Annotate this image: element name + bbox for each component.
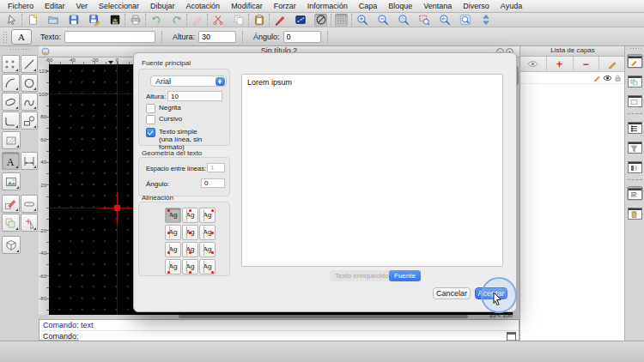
dialog-angle-input[interactable] xyxy=(201,178,225,188)
alignment-top-right-button[interactable]: Ag xyxy=(199,208,216,223)
paste-clipboard-icon[interactable] xyxy=(252,14,265,27)
menu-item-informacion[interactable]: Información xyxy=(307,2,348,10)
alignment-bottom-center-button[interactable]: Ag xyxy=(182,259,198,275)
checkbox-checked-icon[interactable] xyxy=(146,128,155,137)
tool-ellipse-button[interactable] xyxy=(2,93,20,111)
height-input[interactable] xyxy=(198,31,236,43)
alignment-baseline-center-button[interactable]: Ag xyxy=(182,242,198,257)
menu-item-seleccionar[interactable]: Seleccionar xyxy=(99,2,139,10)
pen-icon[interactable] xyxy=(191,14,204,27)
tool-spline-button[interactable] xyxy=(21,93,39,111)
menu-item-editar[interactable]: Editar xyxy=(45,2,65,10)
checkbox-icon[interactable] xyxy=(146,115,155,124)
blocks-window-toggle[interactable] xyxy=(627,74,643,88)
zoom-window-icon[interactable] xyxy=(417,14,430,27)
bold-checkbox[interactable]: Negrita xyxy=(146,104,181,113)
deselect-circle-icon[interactable] xyxy=(314,14,327,27)
menu-item-ayuda[interactable]: Ayuda xyxy=(501,2,522,10)
list-window-toggle[interactable] xyxy=(627,120,643,135)
layer-visible-icon[interactable] xyxy=(603,75,612,81)
scroll-vertical-icon[interactable] xyxy=(479,14,492,27)
remove-layer-button[interactable]: − xyxy=(574,57,600,71)
save-as-icon[interactable] xyxy=(88,14,100,27)
font-family-select[interactable]: Arial xyxy=(150,75,227,87)
menu-item-dibujar[interactable]: Dibujar xyxy=(150,2,175,10)
tool-select-button[interactable] xyxy=(21,214,39,232)
toolbar-drag-handle[interactable] xyxy=(3,31,7,43)
alignment-top-left-button[interactable]: Ag xyxy=(165,208,181,223)
expand-command-icon[interactable] xyxy=(507,332,516,341)
tab-font[interactable]: Fuente xyxy=(389,270,421,281)
menu-item-bloque[interactable]: Bloque xyxy=(388,2,412,10)
open-folder-icon[interactable] xyxy=(46,14,59,27)
tool-modify-button[interactable] xyxy=(2,195,20,213)
menu-item-acotacion[interactable]: Acotación xyxy=(186,2,221,10)
tool-box-3d-button[interactable] xyxy=(2,236,21,254)
layer-lock-icon[interactable] xyxy=(614,74,622,82)
block-info-window-toggle[interactable] xyxy=(627,160,643,174)
alignment-top-center-button[interactable]: Ag xyxy=(182,208,198,223)
save-icon[interactable] xyxy=(67,14,80,27)
add-layer-button[interactable]: + xyxy=(547,57,574,71)
tool-dimension-button[interactable] xyxy=(21,152,39,170)
cancel-button[interactable]: Cancelar xyxy=(433,287,471,299)
menu-item-fichero[interactable]: Fichero xyxy=(8,2,33,10)
zoom-auto-icon[interactable] xyxy=(397,14,410,27)
italic-checkbox[interactable]: Cursivo xyxy=(146,115,182,124)
tab-rich-text[interactable]: Texto enriquecido xyxy=(330,270,394,281)
zoom-out-icon[interactable] xyxy=(376,14,389,27)
tool-line-button[interactable] xyxy=(21,55,39,73)
alignment-middle-right-button[interactable]: Ag xyxy=(199,225,216,240)
alignment-baseline-right-button[interactable]: Ag xyxy=(199,242,216,257)
filter-window-toggle[interactable] xyxy=(627,140,643,154)
tool-order-button[interactable] xyxy=(2,214,20,232)
alignment-baseline-left-button[interactable]: Ag xyxy=(165,242,181,257)
clipboard-window-toggle[interactable] xyxy=(627,206,643,220)
menu-item-capa[interactable]: Capa xyxy=(359,2,378,10)
svg-export-icon[interactable]: SVG xyxy=(108,14,121,27)
print-icon[interactable] xyxy=(129,14,142,27)
tool-polyline-button[interactable] xyxy=(2,112,20,130)
zoom-pan-icon[interactable] xyxy=(459,14,471,27)
tool-hatch-button[interactable] xyxy=(2,131,21,149)
layer-row[interactable] xyxy=(520,72,625,84)
horizontal-scrollbar-thumb[interactable] xyxy=(179,315,468,318)
combo-stepper-icon[interactable] xyxy=(216,77,225,86)
line-spacing-input[interactable] xyxy=(207,163,225,172)
text-content-area[interactable]: Lorem ipsum xyxy=(241,74,503,267)
menu-item-ventana[interactable]: Ventana xyxy=(423,2,452,10)
alignment-bottom-left-button[interactable]: Ag xyxy=(165,259,181,275)
tool-dim-horizontal-button[interactable] xyxy=(21,195,39,213)
tool-points-button[interactable] xyxy=(2,55,20,73)
pen-window-toggle[interactable] xyxy=(627,54,643,69)
menu-item-forzar[interactable]: Forzar xyxy=(274,2,296,10)
tool-image-button[interactable] xyxy=(2,172,21,190)
alignment-middle-center-button[interactable]: Ag xyxy=(182,225,198,240)
alignment-bottom-right-button[interactable]: Ag xyxy=(199,259,216,275)
snap-grid-icon[interactable] xyxy=(335,14,348,27)
text-input[interactable] xyxy=(64,31,155,43)
angle-input[interactable] xyxy=(283,31,321,43)
redo-icon[interactable] xyxy=(170,14,183,27)
draw-pencil-icon[interactable] xyxy=(273,14,286,27)
alignment-middle-left-button[interactable]: Ag xyxy=(165,225,181,240)
dock-drag-handle[interactable] xyxy=(629,47,641,51)
zoom-in-icon[interactable] xyxy=(355,14,368,27)
tool-text-button[interactable]: A xyxy=(2,152,20,170)
simple-text-checkbox[interactable]: Texto simple (una línea, sin formato) xyxy=(146,128,229,151)
text-tool-indicator[interactable]: A xyxy=(11,29,32,45)
undo-icon[interactable] xyxy=(149,14,162,27)
copy-icon[interactable] xyxy=(232,14,245,27)
palette-drag-handle[interactable] xyxy=(9,48,30,51)
tool-shapes-button[interactable] xyxy=(21,112,39,130)
menu-item-ver[interactable]: Ver xyxy=(76,2,88,10)
layer-edit-icon[interactable] xyxy=(593,74,601,81)
cursor-icon[interactable] xyxy=(5,14,18,27)
cut-scissors-icon[interactable] xyxy=(211,14,224,27)
new-document-icon[interactable] xyxy=(26,14,39,27)
checkbox-icon[interactable] xyxy=(146,104,155,113)
tool-arc-button[interactable] xyxy=(2,74,20,92)
edit-layer-button[interactable] xyxy=(599,57,625,71)
menu-item-diverso[interactable]: Diverso xyxy=(463,2,489,10)
menu-item-modificar[interactable]: Modificar xyxy=(231,2,263,10)
